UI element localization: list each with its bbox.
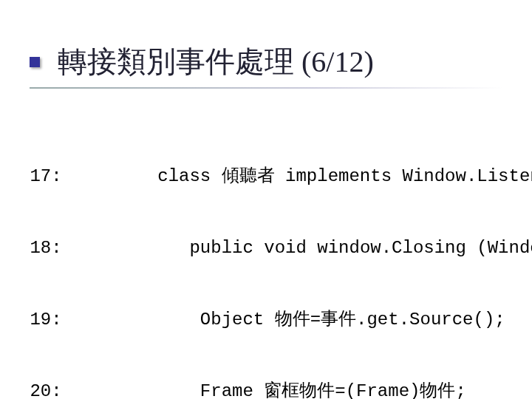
- code-line: 20: Frame 窗框物件=(Frame)物件;: [19, 380, 525, 399]
- slide: 轉接類別事件處理 (6/12) 17: class 傾聽者 implements…: [0, 0, 532, 399]
- slide-title-wrap: 轉接類別事件處理 (6/12): [30, 47, 374, 77]
- code-block: 17: class 傾聽者 implements Window.Listener…: [19, 117, 525, 399]
- code-line: 19: Object 物件=事件.get.Source();: [19, 308, 525, 332]
- title-underline: [30, 87, 502, 89]
- code-line: 17: class 傾聽者 implements Window.Listener…: [19, 165, 525, 188]
- code-line: 18: public void window.Closing (Window.E…: [19, 236, 525, 260]
- title-bullet-icon: [30, 57, 40, 67]
- slide-title: 轉接類別事件處理 (6/12): [58, 47, 374, 77]
